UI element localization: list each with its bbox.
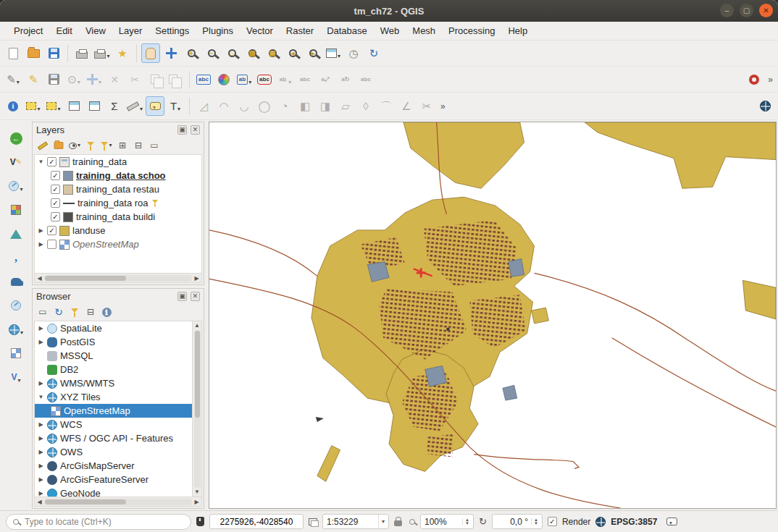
properties-info-icon[interactable]: ℹ xyxy=(101,306,112,318)
scrollbar-thumb[interactable] xyxy=(45,499,126,504)
save-edits-icon[interactable] xyxy=(44,69,63,89)
expander-icon[interactable]: ▼ xyxy=(38,159,44,165)
menu-raster[interactable]: Raster xyxy=(280,23,320,38)
new-print-layout-icon[interactable] xyxy=(72,43,91,63)
move-label-icon[interactable]: a⤢ xyxy=(316,69,335,89)
magnifier-combo[interactable]: 100% ▲▼ xyxy=(420,514,474,529)
toolbar-overflow-icon[interactable]: » xyxy=(438,101,447,111)
expand-all-icon[interactable]: ⊞ xyxy=(117,140,128,151)
browser-item-db2[interactable]: DB2 xyxy=(35,363,192,376)
menu-settings[interactable]: Settings xyxy=(149,23,196,38)
expander-icon[interactable]: ▶ xyxy=(38,325,44,332)
close-panel-icon[interactable]: ✕ xyxy=(191,292,200,301)
menu-vector[interactable]: Vector xyxy=(240,23,280,38)
temporal-controller-icon[interactable]: ◷ xyxy=(344,43,363,63)
titlebar[interactable]: tm_ch72 - QGIS – ▢ ✕ xyxy=(0,0,778,22)
statistics-icon[interactable]: Σ xyxy=(105,96,124,116)
new-map-view-icon[interactable]: ▾ xyxy=(324,43,343,63)
browser-item-wfs[interactable]: ▶ WFS / OGC API - Features xyxy=(35,431,192,445)
expander-icon[interactable]: ▶ xyxy=(38,463,44,469)
pan-to-selection-icon[interactable] xyxy=(162,43,180,63)
data-source-manager-icon[interactable]: ← xyxy=(5,129,27,148)
close-panel-icon[interactable]: ✕ xyxy=(191,125,200,135)
advanced-digitizing-icon[interactable]: ◊ xyxy=(356,96,375,116)
expander-icon[interactable]: ▶ xyxy=(38,476,44,483)
layer-checkbox[interactable]: ✓ xyxy=(51,185,60,194)
layers-horizontal-scrollbar[interactable]: ◀ ▶ xyxy=(34,274,202,283)
menu-processing[interactable]: Processing xyxy=(442,23,501,38)
scale-combo[interactable]: 1:53229 ▾ xyxy=(322,514,389,529)
open-attribute-table-icon[interactable] xyxy=(64,96,83,116)
expander-icon[interactable]: ▶ xyxy=(38,339,44,345)
zoom-out-icon[interactable]: − xyxy=(202,43,221,63)
add-postgis-layer-icon[interactable] xyxy=(5,272,27,291)
advanced-digitizing-icon[interactable]: ◠ xyxy=(214,96,233,116)
browser-item-wcs[interactable]: ▶ WCS xyxy=(35,418,192,431)
highlight-labels-icon[interactable]: abc xyxy=(255,69,274,89)
add-mesh-layer-icon[interactable] xyxy=(5,224,27,243)
browser-item-xyz-tiles[interactable]: ▼ XYZ Tiles xyxy=(35,390,192,404)
toggle-editing-icon[interactable]: ✎ xyxy=(24,69,43,89)
manage-map-themes-icon[interactable]: ▾ xyxy=(69,140,80,151)
scrollbar-thumb[interactable] xyxy=(45,276,126,281)
zoom-next-icon[interactable]: ▸ xyxy=(304,43,322,63)
zoom-to-selection-icon[interactable]: ▣ xyxy=(243,43,262,63)
menu-view[interactable]: View xyxy=(79,23,112,38)
menu-plugins[interactable]: Plugins xyxy=(196,23,240,38)
advanced-digitizing-icon[interactable]: ◨ xyxy=(316,96,335,116)
expander-icon[interactable]: ▶ xyxy=(38,421,44,428)
add-raster-layer-icon[interactable] xyxy=(5,200,27,219)
new-vector-layer-icon[interactable]: V✎ xyxy=(5,153,27,172)
collapse-all-icon[interactable]: ⊟ xyxy=(133,140,144,151)
layer-row-restaurants[interactable]: ✓ training_data restau xyxy=(35,182,201,196)
advanced-digitizing-icon[interactable]: ◡ xyxy=(235,96,254,116)
zoom-in-icon[interactable]: + xyxy=(182,43,201,63)
vertex-tool-icon[interactable]: ⊙▾ xyxy=(64,69,83,89)
expander-icon[interactable]: ▶ xyxy=(38,490,44,497)
layer-checkbox[interactable]: ✓ xyxy=(51,212,60,221)
advanced-digitizing-icon[interactable]: ✂ xyxy=(417,96,436,116)
layer-row-landuse[interactable]: ▶ ✓ landuse xyxy=(35,224,201,237)
text-annotation-icon[interactable]: T▾ xyxy=(166,96,185,116)
layer-row-schools[interactable]: ✓ training_data schoo xyxy=(35,169,201,182)
browser-item-mssql[interactable]: MSSQL xyxy=(35,349,192,363)
scroll-down-icon[interactable]: ▼ xyxy=(194,488,200,497)
advanced-digitizing-icon[interactable]: ◔ xyxy=(275,96,294,116)
coordinate-symbol-icon[interactable] xyxy=(196,517,204,526)
new-project-icon[interactable] xyxy=(4,43,22,63)
add-group-icon[interactable] xyxy=(53,140,64,151)
scroll-right-icon[interactable]: ▶ xyxy=(192,499,201,505)
new-spatialite-layer-icon[interactable]: ▾ xyxy=(5,177,27,195)
zoom-last-icon[interactable]: ◂ xyxy=(283,43,302,63)
plugin-icon[interactable] xyxy=(745,69,764,89)
scroll-right-icon[interactable]: ▶ xyxy=(192,275,201,282)
browser-item-postgis[interactable]: ▶ PostGIS xyxy=(35,335,192,349)
advanced-digitizing-icon[interactable]: ◧ xyxy=(296,96,314,116)
pan-map-icon[interactable] xyxy=(141,43,160,63)
messages-icon[interactable] xyxy=(666,518,677,525)
minimize-button[interactable]: – xyxy=(720,4,734,17)
add-virtual-layer-icon[interactable]: V▾ xyxy=(5,368,27,387)
coordinate-input[interactable] xyxy=(214,516,299,528)
close-button[interactable]: ✕ xyxy=(759,4,773,17)
map-canvas[interactable] xyxy=(209,122,777,509)
spinner-icons[interactable]: ▲▼ xyxy=(462,518,469,525)
scroll-left-icon[interactable]: ◀ xyxy=(35,275,44,282)
metasearch-icon[interactable] xyxy=(756,96,774,116)
advanced-digitizing-icon[interactable]: ∠ xyxy=(397,96,416,116)
layer-checkbox[interactable]: ✓ xyxy=(51,171,60,180)
maximize-button[interactable]: ▢ xyxy=(740,4,753,17)
move-feature-icon[interactable]: ▾ xyxy=(85,69,104,89)
measure-line-icon[interactable]: ▾ xyxy=(125,96,144,116)
browser-item-ows[interactable]: ▶ OWS xyxy=(35,445,192,459)
layer-row-openstreetmap[interactable]: ▶ OpenStreetMap xyxy=(35,237,201,251)
scroll-up-icon[interactable]: ▲ xyxy=(194,321,200,330)
locate-input[interactable] xyxy=(23,516,184,528)
expander-icon[interactable]: ▶ xyxy=(38,449,44,455)
expander-icon[interactable]: ▶ xyxy=(38,227,44,234)
refresh-browser-icon[interactable]: ↻ xyxy=(53,306,64,318)
show-layout-manager-icon[interactable]: ▾ xyxy=(93,43,112,63)
scrollbar-thumb[interactable] xyxy=(195,331,200,418)
browser-item-wms[interactable]: ▶ WMS/WMTS xyxy=(35,376,192,390)
remove-layer-icon[interactable]: ▭ xyxy=(149,140,160,151)
